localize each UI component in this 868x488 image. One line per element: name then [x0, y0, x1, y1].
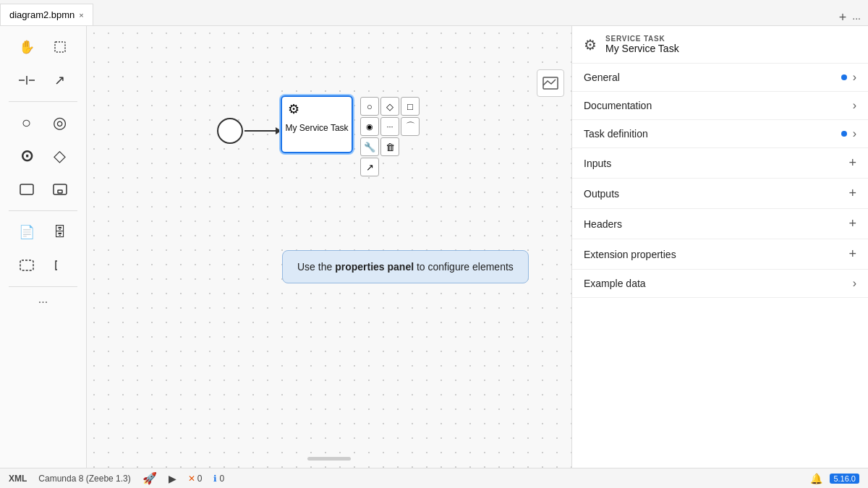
tool-row-4: ⊙ ◇: [12, 141, 75, 171]
tooltip-text-after: to configure elements: [414, 261, 514, 273]
panel-section-documentation[interactable]: Documentation ›: [572, 92, 868, 120]
svg-rect-7: [20, 260, 33, 270]
context-pad: ○ ◇ □ ◉ ··· ⌒ 🔧 🗑 ↗: [360, 97, 420, 176]
tooltip-bold-text: properties panel: [335, 261, 414, 273]
section-headers-label: Headers: [584, 218, 848, 230]
error-count: 0: [197, 474, 203, 484]
ctx-diamond-btn[interactable]: ◇: [380, 97, 399, 116]
svg-rect-4: [20, 184, 33, 194]
tool-divider-3: [9, 286, 77, 287]
section-example-data-label: Example data: [584, 278, 853, 289]
tab-close-button[interactable]: ×: [79, 11, 83, 20]
section-documentation-expand-icon: ›: [853, 99, 856, 112]
ctx-connect-btn[interactable]: ⌒: [401, 117, 420, 136]
service-task-element[interactable]: ⚙ My Service Task: [281, 95, 353, 153]
add-tab-button[interactable]: +: [839, 10, 847, 25]
tab-label: diagram2.bpmn: [9, 9, 75, 20]
arrow-tool[interactable]: ↗: [45, 65, 75, 95]
deploy-button[interactable]: 🚀: [142, 471, 157, 485]
intermediate-event-tool[interactable]: ◎: [45, 108, 75, 138]
minimap-button[interactable]: [537, 69, 564, 97]
text-annotation-tool[interactable]: [45, 250, 75, 281]
tab-actions: + ···: [832, 10, 868, 25]
version-badge: 5.16.0: [830, 474, 859, 484]
format-label: XML: [9, 474, 27, 484]
tool-row-6: 📄 🗄: [12, 217, 75, 247]
section-extension-label: Extension properties: [584, 249, 848, 260]
svg-rect-0: [55, 42, 65, 52]
ctx-rect-btn[interactable]: □: [401, 97, 420, 116]
ctx-circle-btn[interactable]: ○: [360, 97, 379, 116]
panel-type-label: SERVICE TASK: [605, 35, 679, 43]
ctx-append-task-btn[interactable]: ◉: [360, 117, 379, 136]
error-badge: ✕ 0: [188, 474, 203, 484]
diagram-tab[interactable]: diagram2.bpmn ×: [0, 4, 93, 25]
section-task-def-dot: [841, 131, 847, 137]
tool-row-7: [12, 250, 75, 281]
context-pad-row-3: 🔧 🗑: [360, 137, 420, 156]
panel-element-name: My Service Task: [605, 43, 679, 54]
bpmn-canvas[interactable]: ⚙ My Service Task ○ ◇ □ ◉ ··· ⌒ 🔧 🗑 ↗: [87, 26, 571, 468]
tool-row-5: [12, 174, 75, 205]
subprocess-tool[interactable]: [45, 174, 75, 205]
section-outputs-label: Outputs: [584, 188, 848, 200]
context-pad-row-2: ◉ ··· ⌒: [360, 117, 420, 136]
context-pad-row-1: ○ ◇ □: [360, 97, 420, 116]
panel-section-inputs[interactable]: Inputs +: [572, 148, 868, 179]
tooltip-bubble: Use the properties panel to configure el…: [282, 250, 529, 283]
tab-bar: diagram2.bpmn × + ···: [0, 0, 868, 26]
section-task-def-expand-icon: ›: [853, 127, 856, 140]
group-tool[interactable]: [12, 250, 42, 281]
tool-divider-1: [9, 101, 77, 102]
data-object-tool[interactable]: 📄: [12, 217, 42, 247]
more-tools-button[interactable]: ···: [38, 296, 48, 309]
context-pad-row-4: ↗: [360, 158, 420, 176]
start-event-tool[interactable]: ○: [12, 108, 42, 138]
section-inputs-label: Inputs: [584, 158, 848, 169]
main-layout: ✋ ↗ ○ ◎ ⊙ ◇: [0, 26, 868, 468]
notification-icon: 🔔: [810, 473, 822, 484]
tool-row-2: ↗: [12, 65, 75, 95]
panel-section-outputs[interactable]: Outputs +: [572, 179, 868, 209]
properties-panel: ⚙ SERVICE TASK My Service Task General ›…: [571, 26, 868, 468]
section-general-dot: [841, 74, 847, 80]
panel-section-extension-properties[interactable]: Extension properties +: [572, 239, 868, 270]
ctx-arrow-btn[interactable]: ↗: [360, 158, 379, 176]
section-example-data-expand-icon: ›: [853, 277, 856, 290]
error-icon: ✕: [188, 474, 195, 484]
panel-header-info: SERVICE TASK My Service Task: [605, 35, 679, 54]
more-tabs-button[interactable]: ···: [852, 12, 861, 24]
start-event[interactable]: [217, 118, 243, 144]
sequence-flow-arrow: [244, 130, 281, 132]
panel-section-headers[interactable]: Headers +: [572, 209, 868, 239]
scrollbar-indicator: [307, 457, 351, 461]
panel-sections: General › Documentation › Task definitio…: [572, 64, 868, 468]
panel-section-task-definition[interactable]: Task definition ›: [572, 120, 868, 148]
panel-section-example-data[interactable]: Example data ›: [572, 270, 868, 298]
svg-rect-6: [58, 190, 62, 193]
info-icon: ℹ: [213, 474, 217, 484]
engine-label: Camunda 8 (Zeebe 1.3): [38, 474, 130, 484]
toolbar: ✋ ↗ ○ ◎ ⊙ ◇: [0, 26, 87, 468]
warning-badge: ℹ 0: [213, 474, 224, 484]
section-headers-add-icon: +: [848, 216, 856, 231]
panel-section-general[interactable]: General ›: [572, 64, 868, 92]
lasso-tool[interactable]: [45, 32, 75, 62]
tool-row-3: ○ ◎: [12, 108, 75, 138]
ctx-wrench-btn[interactable]: 🔧: [360, 137, 379, 156]
run-button[interactable]: ▶: [169, 473, 176, 484]
warning-count: 0: [219, 474, 224, 484]
global-connect-tool[interactable]: [12, 65, 42, 95]
gateway-tool[interactable]: ◇: [45, 141, 75, 171]
tool-divider-2: [9, 210, 77, 211]
task-tool[interactable]: [12, 174, 42, 205]
panel-header-gear-icon: ⚙: [584, 36, 597, 53]
data-store-tool[interactable]: 🗄: [45, 217, 75, 247]
section-outputs-add-icon: +: [848, 186, 856, 201]
section-general-label: General: [584, 72, 841, 83]
service-task-gear-icon: ⚙: [288, 101, 299, 117]
ctx-more-btn[interactable]: ···: [380, 117, 399, 136]
end-event-tool[interactable]: ⊙: [12, 141, 42, 171]
hand-tool[interactable]: ✋: [12, 32, 42, 62]
ctx-delete-btn[interactable]: 🗑: [380, 137, 399, 156]
